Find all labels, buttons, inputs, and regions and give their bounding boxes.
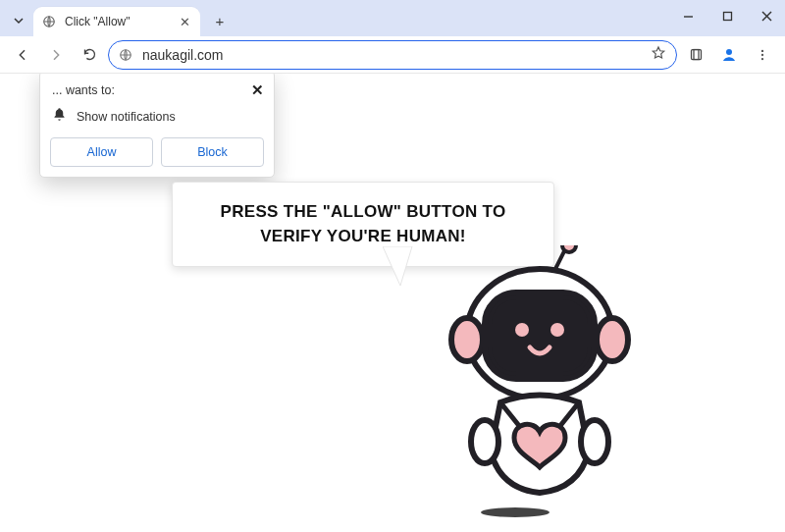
- browser-toolbar: naukagil.com: [0, 36, 785, 74]
- speech-bubble-tail: [383, 246, 442, 295]
- permission-origin-text: ... wants to:: [50, 83, 115, 97]
- tab-strip: Click "Allow" ✕ +: [0, 7, 234, 36]
- svg-point-17: [597, 318, 628, 361]
- page-viewport: ... wants to: ✕ Show notifications Allow…: [0, 74, 785, 532]
- globe-icon: [41, 14, 57, 29]
- svg-point-20: [515, 323, 529, 337]
- close-window-button[interactable]: [752, 4, 781, 27]
- profile-button[interactable]: [714, 40, 744, 70]
- url-text: naukagil.com: [142, 47, 643, 63]
- bookmark-star-icon[interactable]: [651, 45, 666, 65]
- bell-icon: [52, 107, 67, 126]
- svg-rect-18: [489, 296, 591, 375]
- forward-button[interactable]: [41, 40, 71, 70]
- tab-title: Click "Allow": [65, 15, 169, 28]
- svg-rect-7: [694, 50, 699, 60]
- tab-search-button[interactable]: [6, 7, 31, 34]
- svg-rect-2: [723, 12, 731, 20]
- svg-point-10: [761, 53, 763, 55]
- svg-point-11: [761, 57, 763, 59]
- svg-marker-12: [383, 246, 412, 286]
- reload-button[interactable]: [75, 40, 104, 70]
- robot-illustration: [442, 245, 648, 520]
- window-controls: [673, 4, 781, 27]
- allow-button[interactable]: Allow: [50, 137, 153, 167]
- speech-text: PRESS THE "ALLOW" BUTTON TO VERIFY YOU'R…: [194, 200, 532, 248]
- new-tab-button[interactable]: +: [206, 7, 234, 34]
- menu-button[interactable]: [748, 40, 777, 70]
- svg-point-8: [726, 49, 732, 55]
- permission-label: Show notifications: [77, 110, 176, 124]
- svg-point-22: [471, 420, 498, 463]
- minimize-button[interactable]: [673, 4, 703, 27]
- svg-point-23: [581, 420, 608, 463]
- svg-rect-6: [691, 50, 701, 60]
- browser-tab[interactable]: Click "Allow" ✕: [33, 7, 200, 36]
- site-info-icon[interactable]: [119, 48, 134, 62]
- svg-point-9: [761, 49, 763, 51]
- robot-shadow: [481, 507, 550, 517]
- browser-titlebar: Click "Allow" ✕ +: [0, 0, 785, 36]
- address-bar[interactable]: naukagil.com: [108, 40, 677, 70]
- svg-point-16: [451, 318, 483, 361]
- tab-close-button[interactable]: ✕: [177, 15, 192, 29]
- svg-point-21: [550, 323, 564, 337]
- extensions-button[interactable]: [681, 40, 710, 70]
- svg-point-14: [562, 245, 576, 252]
- block-button[interactable]: Block: [161, 137, 264, 167]
- notification-permission-popup: ... wants to: ✕ Show notifications Allow…: [39, 74, 275, 178]
- maximize-button[interactable]: [712, 4, 742, 27]
- back-button[interactable]: [8, 40, 37, 70]
- permission-close-button[interactable]: ✕: [251, 81, 264, 99]
- plus-icon: +: [216, 13, 225, 29]
